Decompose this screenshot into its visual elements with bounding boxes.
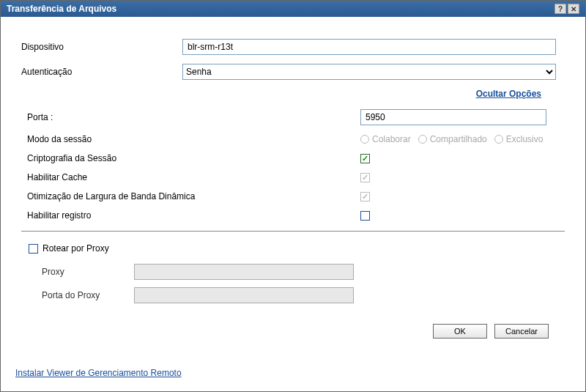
radio-icon [360,135,369,144]
port-row: Porta : [27,109,565,125]
radio-shared: Compartilhado [418,134,487,144]
ok-button[interactable]: OK [433,324,487,339]
auth-row: Autenticação Senha [21,64,565,80]
window-title: Transferência de Arquivos [7,4,553,14]
titlebar: Transferência de Arquivos ? ✕ [1,1,585,17]
radio-shared-label: Compartilhado [430,134,487,144]
proxy-port-label: Porta do Proxy [42,290,134,300]
install-viewer-link[interactable]: Instalar Viewer de Gerenciamento Remoto [15,368,182,378]
cancel-button[interactable]: Cancelar [494,324,549,339]
device-label: Dispositivo [21,42,182,52]
enable-cache-checkbox: ✓ [360,173,370,182]
enable-logging-checkbox[interactable] [360,211,370,221]
proxy-port-input [134,287,354,303]
route-proxy-label: Rotear por Proxy [42,243,109,254]
port-label: Porta : [27,112,360,122]
radio-icon [494,135,503,144]
device-row: Dispositivo [21,39,565,55]
session-encryption-row: Criptografia da Sessão ✓ [27,153,565,163]
bandwidth-ctrl: ✓ [360,192,370,201]
radio-collaborate-label: Colaborar [372,134,411,144]
enable-cache-label: Habilitar Cache [27,172,360,182]
bandwidth-row: Otimização de Largura de Banda Dinâmica … [27,191,565,201]
radio-exclusive-label: Exclusivo [506,134,544,144]
auth-select[interactable]: Senha [182,64,556,80]
hide-options-row: Ocultar Opções [21,89,565,99]
enable-logging-row: Habilitar registro [27,210,565,221]
hide-options-link[interactable]: Ocultar Opções [476,89,541,99]
auth-field: Senha [182,64,565,80]
device-input[interactable] [182,39,556,55]
session-encryption-label: Criptografia da Sessão [27,153,360,163]
radio-exclusive: Exclusivo [494,134,544,144]
proxy-port-row: Porta do Proxy [42,287,565,303]
proxy-sub: Proxy Porta do Proxy [29,264,565,303]
device-field [182,39,565,55]
content-area: Dispositivo Autenticação Senha Ocultar O… [1,17,585,344]
enable-cache-row: Habilitar Cache ✓ [27,172,565,182]
close-button[interactable]: ✕ [568,4,579,14]
session-mode-row: Modo da sessão Colaborar Compartilhado E… [27,134,565,144]
session-encryption-checkbox[interactable]: ✓ [360,154,370,163]
help-button[interactable]: ? [555,4,566,14]
session-mode-group: Colaborar Compartilhado Exclusivo [360,134,543,144]
proxy-row: Proxy [42,264,565,280]
enable-cache-ctrl: ✓ [360,173,370,182]
button-row: OK Cancelar [21,311,565,339]
port-input[interactable] [360,109,546,125]
dialog-window: Transferência de Arquivos ? ✕ Dispositiv… [0,0,586,392]
proxy-input [134,264,354,280]
divider [21,231,565,232]
bandwidth-label: Otimização de Largura de Banda Dinâmica [27,191,360,201]
bandwidth-checkbox: ✓ [360,192,370,201]
port-ctrl [360,109,546,125]
footer-link-wrap: Instalar Viewer de Gerenciamento Remoto [15,368,182,378]
session-encryption-ctrl: ✓ [360,154,370,163]
session-mode-label: Modo da sessão [27,134,360,144]
radio-collaborate: Colaborar [360,134,411,144]
proxy-label: Proxy [42,267,134,277]
route-proxy-checkbox[interactable] [29,244,38,254]
enable-logging-ctrl [360,211,370,221]
proxy-block: Rotear por Proxy Proxy Porta do Proxy [21,243,565,303]
route-proxy-row: Rotear por Proxy [29,243,565,254]
enable-logging-label: Habilitar registro [27,210,360,221]
auth-label: Autenticação [21,67,182,77]
radio-icon [418,135,427,144]
options-block: Porta : Modo da sessão Colaborar Compart… [21,109,565,221]
